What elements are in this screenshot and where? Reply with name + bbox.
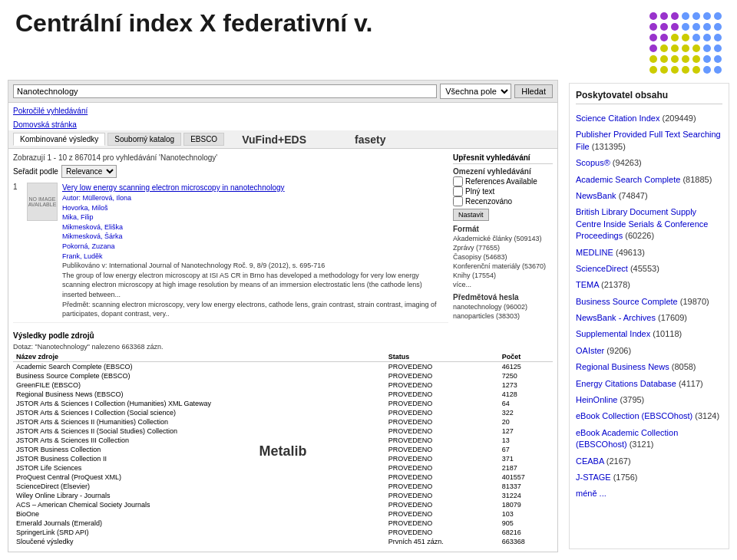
provider-link-13[interactable]: Regional Business News bbox=[576, 362, 669, 371]
provider-link-8[interactable]: TEMA bbox=[576, 280, 599, 289]
col-status: Status bbox=[385, 352, 499, 362]
results-area: Zobrazují 1 - 10 z 867014 pro vyhledáván… bbox=[8, 149, 557, 327]
results-by-source: Výsledky podle zdrojů Dotaz: "Nanotechno… bbox=[13, 330, 553, 546]
field-select[interactable]: Všechna pole bbox=[440, 84, 511, 99]
provider-item-1[interactable]: Publisher Provided Full Text Searching F… bbox=[576, 127, 722, 155]
dot bbox=[692, 23, 700, 31]
provider-item-20[interactable]: méně ... bbox=[576, 486, 722, 502]
provider-link-2[interactable]: Scopus® bbox=[576, 158, 610, 167]
provider-link-16[interactable]: eBook Collection (EBSCOhost) bbox=[576, 411, 692, 420]
facet-group-format: Formát Akademické články (509143) Zprávy… bbox=[453, 224, 553, 289]
subject-item-1[interactable]: nanoparticles (38303) bbox=[453, 311, 553, 321]
search-button[interactable]: Hledat bbox=[514, 84, 553, 98]
format-item-0[interactable]: Akademické články (509143) bbox=[453, 234, 553, 243]
provider-item-5[interactable]: British Library Document Supply Centre I… bbox=[576, 204, 722, 244]
provider-item-15[interactable]: HeinOnline (3795) bbox=[576, 392, 722, 408]
sort-select[interactable]: Relevance bbox=[61, 165, 117, 178]
provider-count-6: (49613) bbox=[613, 248, 645, 257]
sort-label: Seřadit podle bbox=[13, 167, 58, 176]
provider-link-14[interactable]: Energy Citations Database bbox=[576, 379, 676, 388]
table-row: JSTOR Arts & Sciences II (Humanities) Co… bbox=[13, 417, 553, 427]
dot bbox=[692, 34, 700, 41]
tab-ebsco[interactable]: EBSCO bbox=[183, 133, 224, 146]
provider-link-9[interactable]: Business Source Complete bbox=[576, 297, 678, 306]
home-link[interactable]: Domovská stránka bbox=[8, 117, 557, 130]
provider-link-11[interactable]: Supplemental Index bbox=[576, 329, 650, 338]
provider-link-15[interactable]: HeinOnline bbox=[576, 395, 617, 404]
provider-item-9[interactable]: Business Source Complete (19870) bbox=[576, 294, 722, 310]
tab-catalog[interactable]: Souborný katalog bbox=[107, 133, 181, 146]
tabs-row: Kombinované výsledky Souborný katalog EB… bbox=[8, 130, 557, 149]
facet-item-2[interactable]: Recenzováno bbox=[453, 196, 553, 206]
search-input[interactable] bbox=[13, 84, 437, 98]
provider-box: Poskytovatel obsahu Science Citation Ind… bbox=[569, 83, 729, 549]
dot bbox=[671, 23, 679, 31]
provider-item-4[interactable]: NewsBank (74847) bbox=[576, 188, 722, 204]
provider-link-12[interactable]: OAIster bbox=[576, 346, 604, 355]
provider-link-4[interactable]: NewsBank bbox=[576, 191, 616, 200]
cell-0-1: PROVEDENO bbox=[385, 362, 499, 372]
dot bbox=[649, 34, 657, 41]
cell-6-0: JSTOR Arts & Sciences II (Humanities) Co… bbox=[13, 417, 385, 427]
provider-link-20[interactable]: méně ... bbox=[576, 489, 606, 498]
provider-item-8[interactable]: TEMA (21378) bbox=[576, 277, 722, 293]
advanced-link[interactable]: Pokročilé vyhledávání bbox=[8, 103, 557, 117]
provider-item-10[interactable]: NewsBank - Archives (17609) bbox=[576, 310, 722, 326]
facet-item-1[interactable]: Plný text bbox=[453, 186, 553, 196]
cell-9-2: 67 bbox=[499, 445, 553, 454]
provider-link-6[interactable]: MEDLINE bbox=[576, 248, 613, 257]
provider-item-7[interactable]: ScienceDirect (45553) bbox=[576, 261, 722, 277]
provider-link-0[interactable]: Science Citation Index bbox=[576, 114, 659, 123]
facet-checkbox-2[interactable] bbox=[453, 196, 463, 206]
nastavit-button[interactable]: Nastavit bbox=[453, 209, 489, 221]
dot bbox=[671, 55, 679, 63]
format-item-3[interactable]: Konferenční materiály (53670) bbox=[453, 262, 553, 271]
provider-item-2[interactable]: Scopus® (94263) bbox=[576, 155, 722, 171]
provider-item-12[interactable]: OAIster (9206) bbox=[576, 343, 722, 359]
provider-item-19[interactable]: J-STAGE (1756) bbox=[576, 469, 722, 486]
provider-link-18[interactable]: CEABA bbox=[576, 456, 604, 466]
provider-link-7[interactable]: ScienceDirect bbox=[576, 264, 628, 273]
facet-item-0[interactable]: References Available bbox=[453, 176, 553, 186]
table-row: Regional Business News (EBSCO)PROVEDENO4… bbox=[13, 390, 553, 399]
format-item-1[interactable]: Zprávy (77655) bbox=[453, 243, 553, 252]
cell-10-1: PROVEDENO bbox=[385, 454, 499, 463]
provider-item-11[interactable]: Supplemental Index (10118) bbox=[576, 326, 722, 342]
cell-0-2: 46125 bbox=[499, 362, 553, 372]
fasety-label: fasety bbox=[355, 133, 385, 146]
provider-item-13[interactable]: Regional Business News (8058) bbox=[576, 359, 722, 375]
provider-count-16: (3124) bbox=[692, 411, 719, 420]
dot bbox=[703, 34, 711, 41]
table-row: Academic Search Complete (EBSCO)PROVEDEN… bbox=[13, 362, 553, 372]
provider-item-16[interactable]: eBook Collection (EBSCOhost) (3124) bbox=[576, 408, 722, 424]
dot bbox=[660, 23, 668, 31]
cell-2-0: GreenFILE (EBSCO) bbox=[13, 380, 385, 390]
provider-link-10[interactable]: NewsBank - Archives bbox=[576, 313, 656, 322]
cell-17-0: Emerald Journals (Emerald) bbox=[13, 519, 385, 528]
provider-item-0[interactable]: Science Citation Index (209449) bbox=[576, 110, 722, 127]
provider-link-19[interactable]: J-STAGE bbox=[576, 473, 611, 482]
format-item-2[interactable]: Časopisy (54683) bbox=[453, 252, 553, 262]
provider-item-18[interactable]: CEABA (2167) bbox=[576, 453, 722, 469]
provider-link-3[interactable]: Academic Search Complete bbox=[576, 175, 680, 184]
cell-10-2: 371 bbox=[499, 454, 553, 463]
provider-item-17[interactable]: eBook Academic Collection (EBSCOhost) (3… bbox=[576, 425, 722, 453]
result-author-2: Mika, Filip bbox=[62, 212, 448, 222]
table-row: ProQuest Central (ProQuest XML)PROVEDENO… bbox=[13, 473, 553, 482]
subject-item-0[interactable]: nanotechnology (96002) bbox=[453, 302, 553, 311]
provider-count-4: (74847) bbox=[616, 191, 648, 200]
provider-item-14[interactable]: Energy Citations Database (4117) bbox=[576, 376, 722, 392]
result-title[interactable]: Very low energy scanning electron micros… bbox=[62, 183, 448, 193]
facet-label-1: Plný text bbox=[465, 187, 494, 196]
facet-checkbox-0[interactable] bbox=[453, 176, 463, 186]
tab-combined[interactable]: Kombinované výsledky bbox=[13, 133, 105, 146]
facet-checkbox-1[interactable] bbox=[453, 186, 463, 196]
table-row: Emerald Journals (Emerald)PROVEDENO905 bbox=[13, 519, 553, 528]
dot bbox=[714, 34, 722, 41]
table-row: JSTOR Arts & Sciences II (Social Studies… bbox=[13, 427, 553, 436]
provider-item-3[interactable]: Academic Search Complete (81885) bbox=[576, 172, 722, 188]
format-item-4[interactable]: Knihy (17554) bbox=[453, 271, 553, 280]
format-item-more[interactable]: více... bbox=[453, 280, 553, 289]
results-main: Zobrazují 1 - 10 z 867014 pro vyhledáván… bbox=[13, 152, 448, 324]
provider-item-6[interactable]: MEDLINE (49613) bbox=[576, 245, 722, 261]
